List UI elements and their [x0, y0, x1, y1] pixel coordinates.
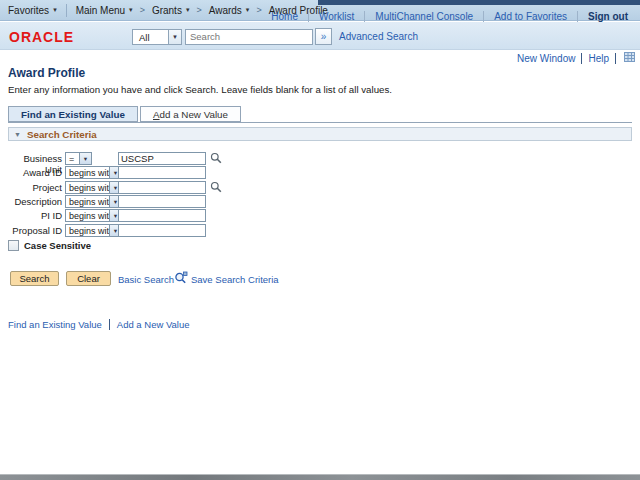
breadcrumb-awards[interactable]: Awards ▾ — [209, 5, 250, 16]
proposal-id-input[interactable] — [118, 224, 206, 237]
header-bar: ORACLE All ▼ » Advanced Search — [0, 22, 640, 50]
utility-nav: Home Worklist MultiChannel Console Add t… — [261, 9, 636, 23]
field-row-project: Project begins with ▼ — [8, 181, 632, 195]
operator-value: begins with — [66, 196, 109, 207]
breadcrumb-label: Main Menu — [76, 5, 125, 16]
search-criteria-title: Search Criteria — [27, 129, 97, 140]
pi-id-input[interactable] — [118, 209, 206, 222]
collapse-arrow-icon[interactable]: ▼ — [14, 131, 21, 138]
operator-value: begins with — [66, 225, 109, 236]
sign-out-link[interactable]: Sign out — [578, 11, 636, 22]
bottom-links: Find an Existing Value Add a New Value — [8, 319, 190, 330]
lookup-icon[interactable] — [210, 152, 222, 164]
breadcrumb-favorites-label: Favorites — [8, 5, 49, 16]
add-new-value-link[interactable]: Add a New Value — [117, 319, 190, 330]
field-label: PI ID — [8, 210, 62, 221]
breadcrumb-grants[interactable]: Grants ▾ — [152, 5, 190, 16]
field-row-pi-id: PI ID begins with ▼ — [8, 209, 632, 223]
field-label: Proposal ID — [8, 225, 62, 236]
page-bar-divider — [581, 53, 582, 64]
breadcrumb-label: Awards — [209, 5, 242, 16]
field-row-description: Description begins with ▼ — [8, 195, 632, 209]
instruction-text: Enter any information you have and click… — [8, 84, 392, 95]
new-window-link[interactable]: New Window — [517, 53, 575, 64]
tab-find-existing-value[interactable]: Find an Existing Value — [8, 106, 138, 122]
peoplesoft-window: Favorites ▾ Main Menu ▾ > Grants ▾ > Awa… — [0, 0, 640, 480]
chevron-down-icon: ▾ — [129, 6, 133, 14]
case-sensitive-row: Case Sensitive — [8, 239, 91, 251]
breadcrumb-favorites[interactable]: Favorites ▾ — [8, 5, 57, 16]
personalize-page-icon[interactable] — [624, 52, 635, 64]
project-input[interactable] — [118, 181, 206, 194]
save-search-criteria-link[interactable]: Save Search Criteria — [191, 274, 279, 285]
operator-select[interactable]: begins with ▼ — [65, 166, 122, 179]
search-criteria-header[interactable]: ▼ Search Criteria — [8, 127, 632, 141]
tab-label: Add a New Value — [153, 107, 228, 122]
description-input[interactable] — [118, 195, 206, 208]
chevron-down-icon: ▾ — [53, 6, 57, 14]
multichannel-console-link[interactable]: MultiChannel Console — [365, 11, 483, 22]
find-existing-value-link[interactable]: Find an Existing Value — [8, 319, 102, 330]
oracle-logo: ORACLE — [9, 29, 74, 45]
tab-add-new-value[interactable]: Add a New Value — [140, 106, 241, 122]
search-tabs: Find an Existing Value Add a New Value — [8, 106, 632, 123]
award-id-input[interactable] — [118, 166, 206, 179]
global-search-input[interactable] — [185, 29, 313, 45]
link-divider — [109, 319, 110, 330]
operator-select[interactable]: = ▼ — [65, 152, 92, 165]
operator-value: begins with — [66, 167, 109, 178]
worklist-link[interactable]: Worklist — [309, 11, 364, 22]
search-scope-value: All — [133, 30, 168, 44]
breadcrumb-label: Grants — [152, 5, 182, 16]
case-sensitive-checkbox[interactable] — [8, 240, 19, 251]
breadcrumb-separator-icon: > — [140, 5, 145, 15]
search-go-button[interactable]: » — [315, 28, 332, 45]
operator-select[interactable]: begins with ▼ — [65, 224, 122, 237]
case-sensitive-label: Case Sensitive — [24, 240, 91, 251]
field-label: Description — [8, 196, 62, 207]
home-link[interactable]: Home — [261, 11, 308, 22]
save-search-icon[interactable] — [174, 271, 188, 284]
operator-value: = — [66, 153, 79, 164]
advanced-search-link[interactable]: Advanced Search — [339, 31, 418, 42]
window-footer — [0, 474, 640, 480]
field-row-proposal-id: Proposal ID begins with ▼ — [8, 224, 632, 238]
search-button[interactable]: Search — [10, 271, 59, 286]
field-label: Award ID — [8, 167, 62, 178]
clear-button[interactable]: Clear — [66, 271, 111, 286]
basic-search-link[interactable]: Basic Search — [118, 274, 174, 285]
breadcrumb-separator-icon: > — [196, 5, 201, 15]
tab-label: Find an Existing Value — [21, 107, 125, 122]
help-link[interactable]: Help — [588, 53, 609, 64]
chevron-down-icon: ▾ — [246, 6, 250, 14]
field-row-business-unit: Business Unit = ▼ — [8, 152, 632, 166]
operator-value: begins with — [66, 210, 109, 221]
field-row-award-id: Award ID begins with ▼ — [8, 166, 632, 180]
operator-select[interactable]: begins with ▼ — [65, 195, 122, 208]
chevron-down-icon: ▾ — [186, 6, 190, 14]
page-title: Award Profile — [8, 66, 85, 80]
field-label: Project — [8, 182, 62, 193]
page-bar: New Window Help — [517, 52, 635, 64]
operator-select[interactable]: begins with ▼ — [65, 181, 122, 194]
lookup-icon[interactable] — [210, 181, 222, 193]
dropdown-arrow-icon[interactable]: ▼ — [79, 153, 91, 164]
breadcrumb-main-menu[interactable]: Main Menu ▾ — [76, 5, 133, 16]
business-unit-input[interactable] — [118, 152, 206, 165]
breadcrumb-divider — [66, 4, 67, 17]
global-search: All ▼ » Advanced Search — [132, 28, 418, 45]
operator-select[interactable]: begins with ▼ — [65, 209, 122, 222]
operator-value: begins with — [66, 182, 109, 193]
top-right-accent-bar — [318, 0, 640, 5]
add-to-favorites-link[interactable]: Add to Favorites — [484, 11, 577, 22]
page-bar-divider — [615, 53, 616, 64]
dropdown-arrow-icon[interactable]: ▼ — [168, 30, 181, 44]
search-scope-select[interactable]: All ▼ — [132, 29, 182, 45]
